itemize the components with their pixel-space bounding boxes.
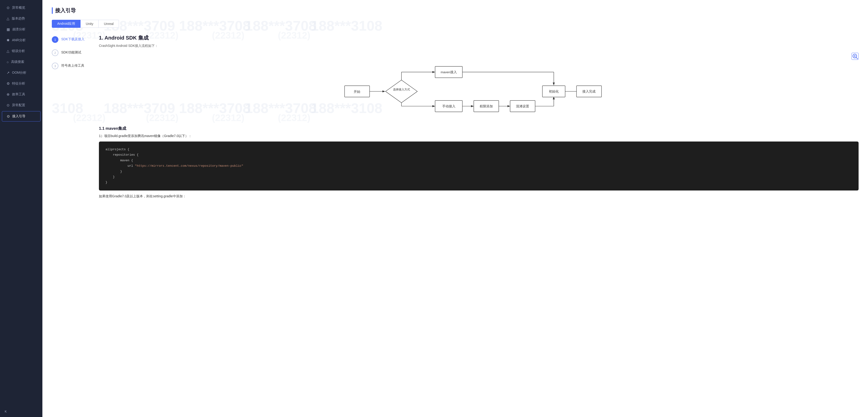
sidebar-item-label: 接入引导: [12, 114, 25, 119]
oom-analysis-icon: ↗: [7, 71, 10, 75]
sidebar-item-label: 效率工具: [12, 92, 25, 97]
sidebar-item-label: OOM分析: [12, 71, 26, 75]
sidebar-item-label: 异常概览: [12, 6, 25, 10]
tabs-bar: Android应用 Unity Unreal: [52, 20, 859, 28]
code-line-7: }: [105, 180, 852, 185]
sidebar-item-efficiency-tools[interactable]: ⊕ 效率工具: [2, 90, 40, 99]
code-line-3: maven {: [105, 158, 852, 163]
efficiency-tools-icon: ⊕: [7, 92, 10, 97]
sidebar-item-label: 错误分析: [12, 49, 25, 53]
step-1-label: SDK下载及接入: [61, 36, 85, 41]
sidebar-item-integration-guide[interactable]: ⊙ 接入引导: [2, 111, 40, 122]
content-layout: 1 SDK下载及接入 2 SDK功能测试 3 符号表上传工具 1. Androi…: [52, 34, 859, 202]
title-accent: [52, 7, 53, 14]
error-analysis-icon: △: [7, 49, 9, 53]
code-line-2: repositories {: [105, 152, 852, 158]
page-title-bar: 接入引导: [52, 7, 859, 14]
steps-panel: 1 SDK下载及接入 2 SDK功能测试 3 符号表上传工具: [52, 34, 99, 202]
exception-config-icon: ⊙: [7, 103, 10, 107]
subsection-title: 1.1 maven集成: [99, 126, 859, 131]
tab-unity[interactable]: Unity: [81, 20, 99, 28]
step-1[interactable]: 1 SDK下载及接入: [52, 36, 94, 43]
exception-overview-icon: ⊙: [7, 6, 10, 10]
sidebar-item-label: 版本趋势: [12, 17, 25, 21]
section-desc: CrashSight Android SDK接入流程如下：: [99, 44, 859, 48]
step-3-label: 符号表上传工具: [61, 63, 84, 68]
sidebar-bottom-label: K: [0, 406, 42, 417]
svg-line-30: [856, 58, 858, 59]
version-trend-icon: △: [7, 17, 9, 21]
step-2-label: SDK功能测试: [61, 50, 81, 55]
code-footer-desc: 如果使用Gradle7.0及以上版本，则在setting.gradle中添加：: [99, 194, 859, 198]
step-2-circle: 2: [52, 50, 58, 56]
code-line-5: }: [105, 169, 852, 174]
sidebar-item-crash-analysis[interactable]: ▦ 崩溃分析: [2, 25, 40, 34]
flowchart-container: 开始 选择接入方式 maven接入 手动接入 权限添加 混淆设置: [99, 53, 859, 119]
sidebar-item-label: ANR分析: [12, 38, 26, 42]
sidebar-item-label: 高级搜索: [11, 60, 24, 64]
code-line-1: allprojects {: [105, 147, 852, 152]
sidebar-item-error-analysis[interactable]: △ 错误分析: [2, 46, 40, 56]
step-3[interactable]: 3 符号表上传工具: [52, 63, 94, 69]
page-title: 接入引导: [55, 7, 76, 14]
step-1-circle: 1: [52, 36, 58, 43]
integration-guide-icon: ⊙: [7, 114, 10, 119]
svg-text:手动接入: 手动接入: [442, 104, 456, 108]
article: 1. Android SDK 集成 CrashSight Android SDK…: [99, 34, 859, 202]
section-title: 1. Android SDK 集成: [99, 34, 859, 41]
sidebar-item-label: 特征分析: [12, 82, 25, 86]
svg-text:选择接入方式: 选择接入方式: [393, 88, 410, 91]
subsection-desc: 1）项目build.gradle里添加腾讯maven镜像（Gradle7.0以下…: [99, 134, 859, 138]
svg-text:初始化: 初始化: [549, 90, 559, 93]
tab-android[interactable]: Android应用: [52, 20, 81, 28]
sidebar: ⊙ 异常概览 △ 版本趋势 ▦ 崩溃分析 ✱ ANR分析 △ 错误分析 ○ 高级…: [0, 0, 42, 417]
svg-text:权限添加: 权限添加: [479, 104, 493, 108]
flowchart-svg: 开始 选择接入方式 maven接入 手动接入 权限添加 混淆设置: [99, 53, 859, 119]
sidebar-item-exception-config[interactable]: ⊙ 异常配置: [2, 100, 40, 110]
advanced-search-icon: ○: [7, 60, 9, 64]
crash-analysis-icon: ▦: [7, 27, 10, 32]
feature-analysis-icon: ⚙: [7, 82, 10, 86]
sidebar-item-feature-analysis[interactable]: ⚙ 特征分析: [2, 78, 40, 89]
svg-text:开始: 开始: [354, 90, 360, 94]
sidebar-item-advanced-search[interactable]: ○ 高级搜索: [2, 57, 40, 67]
svg-text:接入完成: 接入完成: [582, 90, 595, 93]
sidebar-item-label: 崩溃分析: [12, 27, 25, 32]
zoom-icon[interactable]: [851, 53, 859, 60]
sidebar-item-label: 异常配置: [12, 103, 25, 107]
tab-unreal[interactable]: Unreal: [99, 20, 119, 28]
svg-text:maven接入: maven接入: [441, 70, 457, 74]
main-content: 3108 188***3709 188***3708 188***3708 18…: [42, 0, 868, 417]
anr-analysis-icon: ✱: [7, 38, 10, 42]
svg-marker-15: [385, 80, 417, 103]
code-line-4: url "https://mirrors.tencent.com/nexus/r…: [105, 163, 852, 169]
sidebar-item-version-trend[interactable]: △ 版本趋势: [2, 14, 40, 24]
sidebar-item-exception-overview[interactable]: ⊙ 异常概览: [2, 3, 40, 13]
sidebar-item-oom-analysis[interactable]: ↗ OOM分析: [2, 68, 40, 78]
code-line-6: }: [105, 174, 852, 180]
sidebar-item-anr-analysis[interactable]: ✱ ANR分析: [2, 35, 40, 45]
svg-text:混淆设置: 混淆设置: [516, 104, 529, 108]
step-2[interactable]: 2 SDK功能测试: [52, 50, 94, 56]
step-3-circle: 3: [52, 63, 58, 69]
code-block: allprojects { repositories { maven { url…: [99, 141, 859, 191]
